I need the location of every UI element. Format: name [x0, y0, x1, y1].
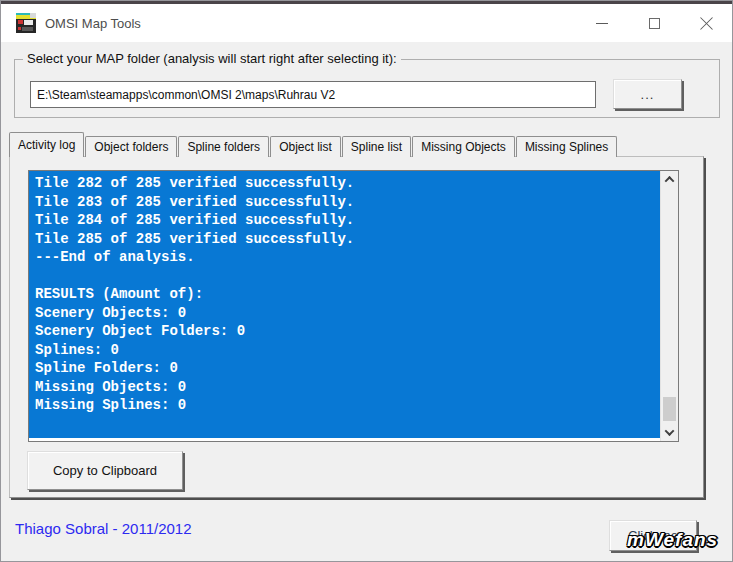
- activity-log-memo[interactable]: Tile 282 of 285 verified successfully. T…: [28, 170, 679, 442]
- log-line: Scenery Objects: 0: [35, 304, 661, 323]
- tab-object-folders[interactable]: Object folders: [85, 136, 177, 157]
- maximize-button[interactable]: [628, 4, 680, 42]
- scrollbar-thumb[interactable]: [663, 397, 676, 421]
- tab-spline-folders[interactable]: Spline folders: [178, 136, 269, 157]
- log-line: Tile 284 of 285 verified successfully.: [35, 211, 661, 230]
- log-line: Scenery Object Folders: 0: [35, 322, 661, 341]
- log-line: RESULTS (Amount of):: [35, 285, 661, 304]
- log-line: [35, 267, 661, 286]
- log-line: ---End of analysis.: [35, 248, 661, 267]
- tab-strip: Activity log Object folders Spline folde…: [9, 132, 618, 157]
- log-selected-text[interactable]: Tile 282 of 285 verified successfully. T…: [29, 171, 661, 438]
- app-bus-icon: [16, 13, 36, 33]
- browse-folder-button[interactable]: ...: [613, 79, 682, 109]
- caption-buttons: [576, 4, 732, 42]
- tab-missing-objects[interactable]: Missing Objects: [412, 136, 515, 157]
- tab-activity-log[interactable]: Activity log: [9, 132, 84, 157]
- title-bar[interactable]: OMSI Map Tools: [1, 4, 732, 42]
- log-line: Missing Splines: 0: [35, 396, 661, 415]
- log-line: Tile 283 of 285 verified successfully.: [35, 193, 661, 212]
- scroll-up-button[interactable]: [661, 171, 678, 188]
- scroll-down-button[interactable]: [661, 424, 678, 441]
- log-line: Spline Folders: 0: [35, 359, 661, 378]
- close-window-button[interactable]: [680, 4, 732, 42]
- log-line: [35, 415, 661, 434]
- author-credit-label: Thiago Sobral - 2011/2012: [15, 520, 192, 537]
- minimize-button[interactable]: [576, 4, 628, 42]
- maximize-icon: [649, 18, 660, 29]
- log-line: Tile 282 of 285 verified successfully.: [35, 174, 661, 193]
- vertical-scrollbar[interactable]: [660, 171, 678, 441]
- minimize-icon: [596, 23, 608, 24]
- folder-groupbox-label: Select your MAP folder (analysis will st…: [23, 51, 401, 66]
- log-line: Missing Objects: 0: [35, 378, 661, 397]
- map-folder-path-input[interactable]: [30, 81, 596, 108]
- app-window: OMSI Map Tools Select your MAP folder (a…: [0, 0, 733, 562]
- close-app-button[interactable]: Click me: [609, 520, 697, 551]
- folder-groupbox: Select your MAP folder (analysis will st…: [14, 59, 720, 118]
- tab-spline-list[interactable]: Spline list: [342, 136, 411, 157]
- log-line: Splines: 0: [35, 341, 661, 360]
- tab-missing-splines[interactable]: Missing Splines: [516, 136, 617, 157]
- tab-object-list[interactable]: Object list: [270, 136, 341, 157]
- window-title: OMSI Map Tools: [45, 16, 141, 31]
- chevron-up-icon: [665, 176, 675, 186]
- copy-to-clipboard-button[interactable]: Copy to Clipboard: [27, 451, 183, 490]
- chevron-down-icon: [665, 426, 675, 436]
- close-icon: [699, 16, 714, 31]
- log-line: Tile 285 of 285 verified successfully.: [35, 230, 661, 249]
